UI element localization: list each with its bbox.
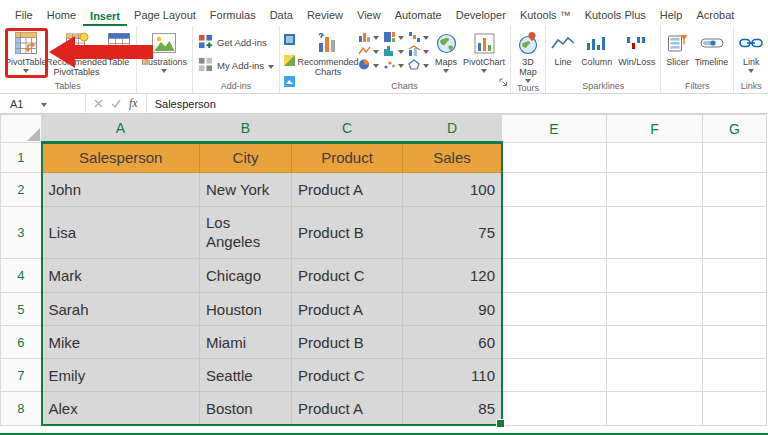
row-header-3[interactable]: 3 (1, 207, 42, 259)
cell-A8[interactable]: Alex (42, 392, 200, 426)
cell-F8[interactable] (607, 392, 703, 426)
table-button[interactable]: Table (104, 27, 134, 67)
cell-B5[interactable]: Houston (200, 293, 292, 326)
cell-E2[interactable] (502, 173, 607, 207)
column-header-C[interactable]: C (292, 115, 403, 143)
get-addins-button[interactable]: Get Add-ins (195, 31, 270, 54)
tab-kutools[interactable]: Kutools ™ (513, 5, 578, 26)
tab-acrobat[interactable]: Acrobat (689, 5, 741, 26)
cell-B8[interactable]: Boston (200, 392, 292, 426)
combo-chart-icon[interactable] (408, 45, 429, 56)
cell-F3[interactable] (607, 207, 703, 259)
row-header-6[interactable]: 6 (1, 326, 42, 359)
cell-A6[interactable]: Mike (42, 326, 200, 359)
cell-C3[interactable]: Product B (292, 207, 403, 259)
column-header-G[interactable]: G (703, 115, 767, 143)
cell-D2[interactable]: 100 (403, 173, 502, 207)
recommended-charts-button[interactable]: Recommended Charts (301, 27, 355, 77)
tab-file[interactable]: File (8, 5, 40, 26)
tab-kutools-plus[interactable]: Kutools Plus (578, 5, 653, 26)
cell-B2[interactable]: New York (200, 173, 292, 207)
cell-F2[interactable] (607, 173, 703, 207)
addin-shortcut-icon[interactable] (284, 73, 295, 91)
column-header-D[interactable]: D (403, 115, 502, 143)
row-header-8[interactable]: 8 (1, 392, 42, 426)
sparkline-column-button[interactable]: Column (578, 27, 615, 67)
cell-E1[interactable] (502, 143, 607, 173)
cell-C2[interactable]: Product A (292, 173, 403, 207)
cell-G8[interactable] (703, 392, 767, 426)
insert-function-icon[interactable]: fx (129, 96, 138, 111)
tab-view[interactable]: View (350, 5, 388, 26)
radar-chart-icon[interactable] (408, 59, 429, 70)
cell-A1[interactable]: Salesperson (42, 143, 200, 173)
cell-C7[interactable]: Product C (292, 359, 403, 392)
row-header-4[interactable]: 4 (1, 259, 42, 293)
column-header-A[interactable]: A (42, 115, 200, 143)
my-addins-button[interactable]: My Add-ins (195, 54, 277, 77)
formula-bar-content[interactable]: Salesperson (147, 98, 216, 110)
column-header-B[interactable]: B (200, 115, 292, 143)
cancel-icon[interactable] (94, 98, 103, 110)
cell-A3[interactable]: Lisa (42, 207, 200, 259)
addin-shortcut-icon[interactable] (284, 31, 295, 49)
name-box[interactable]: A1 (0, 94, 86, 113)
cell-B3[interactable]: Los Angeles (200, 207, 292, 259)
cell-C6[interactable]: Product B (292, 326, 403, 359)
cell-F4[interactable] (607, 259, 703, 293)
link-button[interactable]: Link (736, 27, 766, 73)
cell-B1[interactable]: City (200, 143, 292, 173)
sparkline-winloss-button[interactable]: Win/Loss (615, 27, 658, 67)
cell-G3[interactable] (703, 207, 767, 259)
addin-shortcut-icon[interactable] (284, 52, 295, 70)
charts-dialog-launcher-icon[interactable] (499, 73, 508, 91)
tab-insert[interactable]: Insert (83, 6, 127, 27)
cell-E6[interactable] (502, 326, 607, 359)
illustrations-button[interactable]: Illustrations (139, 27, 191, 73)
cell-D1[interactable]: Sales (403, 143, 502, 173)
cell-D7[interactable]: 110 (403, 359, 502, 392)
cell-E5[interactable] (502, 293, 607, 326)
cell-A2[interactable]: John (42, 173, 200, 207)
row-header-2[interactable]: 2 (1, 173, 42, 207)
cell-E3[interactable] (502, 207, 607, 259)
cell-D4[interactable]: 120 (403, 259, 502, 293)
cell-C4[interactable]: Product C (292, 259, 403, 293)
cell-D8[interactable]: 85 (403, 392, 502, 426)
3d-map-button[interactable]: 3D Map (513, 27, 543, 83)
tab-page-layout[interactable]: Page Layout (127, 5, 203, 26)
cell-G4[interactable] (703, 259, 767, 293)
cell-C1[interactable]: Product (292, 143, 403, 173)
tab-help[interactable]: Help (653, 5, 690, 26)
cell-G1[interactable] (703, 143, 767, 173)
cell-B6[interactable]: Miami (200, 326, 292, 359)
row-header-5[interactable]: 5 (1, 293, 42, 326)
column-header-F[interactable]: F (607, 115, 703, 143)
cell-A4[interactable]: Mark (42, 259, 200, 293)
column-header-E[interactable]: E (502, 115, 607, 143)
cell-F5[interactable] (607, 293, 703, 326)
enter-icon[interactable] (111, 98, 121, 110)
cell-D5[interactable]: 90 (403, 293, 502, 326)
tab-home[interactable]: Home (40, 5, 83, 26)
cell-E4[interactable] (502, 259, 607, 293)
cell-E8[interactable] (502, 392, 607, 426)
sparkline-line-button[interactable]: Line (548, 27, 578, 67)
pivotchart-button[interactable]: PivotChart (460, 27, 508, 73)
cell-E7[interactable] (502, 359, 607, 392)
tab-review[interactable]: Review (300, 5, 350, 26)
cell-F1[interactable] (607, 143, 703, 173)
line-chart-icon[interactable] (358, 45, 379, 56)
cell-G7[interactable] (703, 359, 767, 392)
cell-D6[interactable]: 60 (403, 326, 502, 359)
select-all-button[interactable] (1, 115, 42, 143)
maps-button[interactable]: Maps (432, 27, 460, 73)
cell-A7[interactable]: Emily (42, 359, 200, 392)
tab-data[interactable]: Data (263, 5, 300, 26)
column-chart-icon[interactable] (358, 31, 379, 42)
cell-B7[interactable]: Seattle (200, 359, 292, 392)
pie-chart-icon[interactable] (358, 59, 379, 70)
recommended-pivottables-button[interactable]: Recommended PivotTables (50, 27, 104, 77)
slicer-button[interactable]: Slicer (663, 27, 692, 67)
cell-B4[interactable]: Chicago (200, 259, 292, 293)
